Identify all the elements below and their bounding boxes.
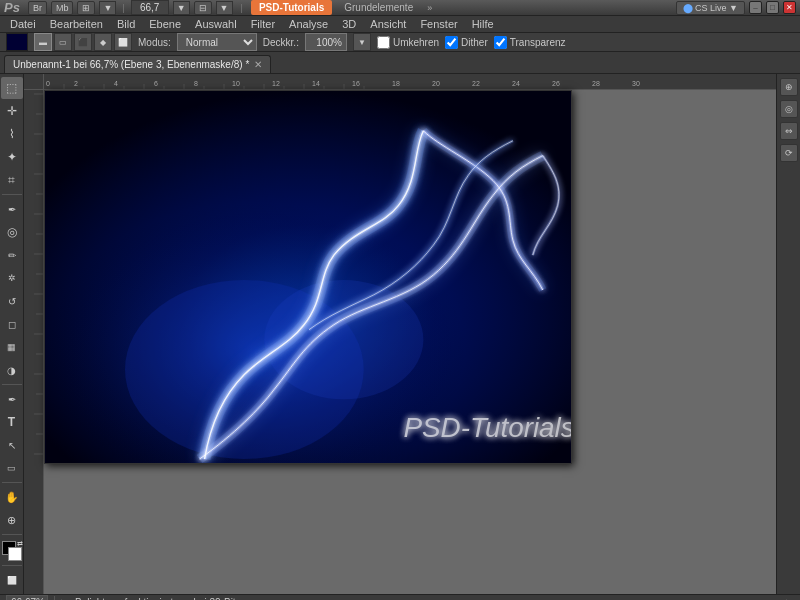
window-close[interactable]: ✕ (783, 1, 796, 14)
dither-label: Dither (461, 37, 488, 48)
doc-tab-title: Unbenannt-1 bei 66,7% (Ebene 3, Ebenenma… (13, 59, 249, 70)
panel-btn-1[interactable]: ⊕ (780, 78, 798, 96)
menu-item-ansicht[interactable]: Ansicht (364, 16, 412, 32)
dither-checkbox[interactable] (445, 36, 458, 49)
tool-separator-4 (2, 534, 22, 535)
titlebar-right: ⬤ CS Live ▼ – □ ✕ (676, 1, 796, 15)
svg-text:22: 22 (472, 80, 480, 87)
status-separator (54, 596, 55, 601)
color-swatches[interactable]: ⇄ (1, 540, 23, 562)
svg-text:26: 26 (552, 80, 560, 87)
type-tool[interactable]: T (1, 411, 23, 433)
transparenz-checkbox-label[interactable]: Transparenz (494, 36, 566, 49)
tool-separator-3 (2, 482, 22, 483)
workspace-icon[interactable]: ⊞ (77, 1, 95, 15)
shape-tool[interactable]: ▭ (1, 457, 23, 479)
deckkr-input[interactable] (305, 33, 347, 51)
deckkr-label: Deckkr.: (263, 37, 299, 48)
foreground-swatch[interactable] (6, 33, 28, 51)
svg-text:16: 16 (352, 80, 360, 87)
shape-reflect[interactable]: ⬛ (74, 33, 92, 51)
active-tab[interactable]: PSD-Tutorials (251, 0, 332, 15)
ruler-vertical: 0 2 4 6 8 10 12 14 16 18 (24, 74, 44, 594)
deckkr-arrow[interactable]: ▼ (353, 33, 371, 51)
workspace-dropdown[interactable]: ▼ (99, 1, 116, 15)
panel-btn-2[interactable]: ◎ (780, 100, 798, 118)
menu-item-datei[interactable]: Datei (4, 16, 42, 32)
cslive-button[interactable]: ⬤ CS Live ▼ (676, 1, 745, 15)
svg-text:PSD-Tutorials.de: PSD-Tutorials.de (403, 412, 571, 443)
shape-solid[interactable]: ▬ (34, 33, 52, 51)
svg-text:6: 6 (154, 80, 158, 87)
zoom-dropdown[interactable]: ▼ (173, 1, 190, 15)
mini-button[interactable]: Mb (51, 1, 74, 15)
arrange-dropdown[interactable]: ▼ (216, 1, 233, 15)
canvas-scroll[interactable]: 0 2 4 6 8 10 12 14 16 18 20 (24, 74, 776, 594)
gradient-tool[interactable]: ▦ (1, 336, 23, 358)
shape-fade[interactable]: ▭ (54, 33, 72, 51)
modus-dropdown[interactable]: Normal (177, 33, 257, 51)
menu-item-fenster[interactable]: Fenster (414, 16, 463, 32)
background-color[interactable] (8, 547, 22, 561)
dither-checkbox-label[interactable]: Dither (445, 36, 488, 49)
window-maximize[interactable]: □ (766, 1, 779, 14)
statusbar: ▶ Belichtung funktioniert nur bei 32-Bit… (0, 594, 800, 600)
spot-healing-tool[interactable]: ◎ (1, 221, 23, 243)
ruler-horizontal: 0 2 4 6 8 10 12 14 16 18 20 (44, 74, 776, 90)
eraser-tool[interactable]: ◻ (1, 313, 23, 335)
app: Ps Br Mb ⊞ ▼ | ▼ ⊟ ▼ | PSD-Tutorials Gru… (0, 0, 800, 600)
transparenz-checkbox[interactable] (494, 36, 507, 49)
titlebar-left: Ps Br Mb ⊞ ▼ | ▼ ⊟ ▼ | PSD-Tutorials Gru… (4, 0, 434, 15)
window-minimize[interactable]: – (749, 1, 762, 14)
menu-item-bild[interactable]: Bild (111, 16, 141, 32)
menu-item-hilfe[interactable]: Hilfe (466, 16, 500, 32)
extend-button[interactable]: » (425, 3, 434, 13)
brush-tool[interactable]: ✏ (1, 244, 23, 266)
menu-item-analyse[interactable]: Analyse (283, 16, 334, 32)
shape-square[interactable]: ⬜ (114, 33, 132, 51)
quick-select-tool[interactable]: ✦ (1, 146, 23, 168)
blur-tool[interactable]: ◑ (1, 359, 23, 381)
umkehren-checkbox[interactable] (377, 36, 390, 49)
tool-separator-5 (2, 565, 22, 566)
panel-btn-3[interactable]: ⇔ (780, 122, 798, 140)
status-zoom-input[interactable] (6, 595, 48, 600)
grundelemente-tab[interactable]: Grundelemente (336, 0, 421, 15)
zoom-input[interactable] (131, 0, 169, 15)
move-tool[interactable]: ✛ (1, 100, 23, 122)
hand-tool[interactable]: ✋ (1, 486, 23, 508)
svg-text:28: 28 (592, 80, 600, 87)
menu-item-filter[interactable]: Filter (245, 16, 281, 32)
eyedropper-tool[interactable]: ✒ (1, 198, 23, 220)
crop-tool[interactable]: ⌗ (1, 169, 23, 191)
pen-tool[interactable]: ✒ (1, 388, 23, 410)
quick-mask-tool[interactable]: ⬜ (1, 569, 23, 591)
cslive-label: CS Live (695, 3, 727, 13)
tool-separator-1 (2, 194, 22, 195)
arrange-icon[interactable]: ⊟ (194, 1, 212, 15)
optionsbar: ▬ ▭ ⬛ ◆ ⬜ Modus: Normal Deckkr.: ▼ Umkeh… (0, 33, 800, 52)
panel-btn-4[interactable]: ⟳ (780, 144, 798, 162)
umkehren-checkbox-label[interactable]: Umkehren (377, 36, 439, 49)
menu-item-ebene[interactable]: Ebene (143, 16, 187, 32)
path-selection-tool[interactable]: ↖ (1, 434, 23, 456)
right-panel: ⊕ ◎ ⇔ ⟳ (776, 74, 800, 594)
zoom-tool[interactable]: ⊕ (1, 509, 23, 531)
menu-item-auswahl[interactable]: Auswahl (189, 16, 243, 32)
svg-text:4: 4 (114, 80, 118, 87)
doc-tab-active[interactable]: Unbenannt-1 bei 66,7% (Ebene 3, Ebenenma… (4, 55, 271, 73)
marquee-tool[interactable]: ⬚ (1, 77, 23, 99)
lasso-tool[interactable]: ⌇ (1, 123, 23, 145)
doc-tabs: Unbenannt-1 bei 66,7% (Ebene 3, Ebenenma… (0, 52, 800, 74)
menu-item-3d[interactable]: 3D (336, 16, 362, 32)
swap-colors[interactable]: ⇄ (17, 540, 23, 548)
doc-tab-close[interactable]: ✕ (254, 59, 262, 70)
umkehren-label: Umkehren (393, 37, 439, 48)
svg-text:30: 30 (632, 80, 640, 87)
menu-item-bearbeiten[interactable]: Bearbeiten (44, 16, 109, 32)
shape-diamond[interactable]: ◆ (94, 33, 112, 51)
clone-stamp-tool[interactable]: ✲ (1, 267, 23, 289)
bridge-button[interactable]: Br (28, 1, 47, 15)
history-brush-tool[interactable]: ↺ (1, 290, 23, 312)
tool-separator-2 (2, 384, 22, 385)
